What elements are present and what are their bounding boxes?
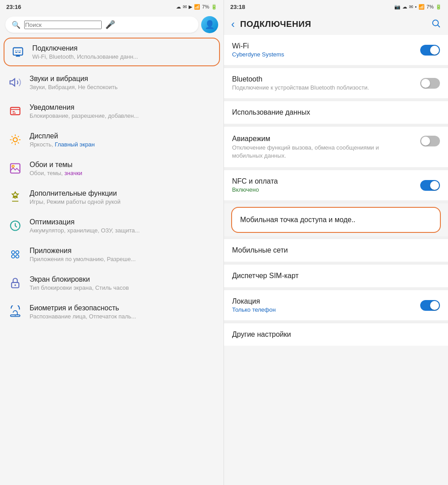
data-usage-title: Использование данных	[232, 108, 440, 116]
right-header: ‹ ПОДКЛЮЧЕНИЯ	[224, 13, 448, 35]
wifi-text: Wi-Fi Cyberdyne Systems	[232, 42, 416, 58]
sidebar-item-notifications[interactable]: Уведомления Блокирование, разрешение, до…	[0, 97, 224, 125]
bluetooth-text: Bluetooth Подключение к устройствам Blue…	[232, 75, 416, 91]
dot-icon: •	[415, 4, 417, 9]
other-text: Другие настройки	[232, 330, 440, 339]
notifications-subtitle: Блокирование, разрешение, добавлен...	[30, 112, 139, 119]
status-icons-left: ☁ ✉ ▶ 📶 7% 🔋	[176, 4, 217, 10]
avatar-button[interactable]: 👤	[201, 16, 218, 33]
location-title: Локация	[232, 297, 416, 305]
svg-point-10	[16, 255, 19, 258]
wallpaper-title: Обои и темы	[30, 161, 82, 169]
sidebar-item-optimization[interactable]: Оптимизация Аккумулятор, хранилище, ОЗУ,…	[0, 211, 224, 240]
conn-item-nfc[interactable]: NFC и оплата Включено	[224, 170, 448, 200]
wifi-toggle[interactable]	[420, 45, 440, 56]
search-bar[interactable]: 🔍 🎤	[5, 17, 198, 33]
svg-point-9	[12, 255, 15, 258]
search-input[interactable]	[24, 21, 102, 29]
hotspot-wrapper: Мобильная точка доступа и моде..	[224, 203, 448, 236]
location-text: Локация Только телефон	[232, 297, 416, 313]
bluetooth-toggle[interactable]	[420, 78, 440, 89]
sidebar-item-lockscreen[interactable]: Экран блокировки Тип блокировки экрана, …	[0, 269, 224, 297]
display-icon	[7, 132, 23, 148]
sidebar-item-apps[interactable]: Приложения Приложения по умолчанию, Разр…	[0, 240, 224, 269]
hotspot-text: Мобильная точка доступа и моде..	[240, 216, 432, 224]
conn-item-location[interactable]: Локация Только телефон	[224, 290, 448, 320]
location-subtitle: Только телефон	[232, 306, 416, 313]
nfc-text: NFC и оплата Включено	[232, 177, 416, 193]
battery-icon-r: 🔋	[435, 4, 442, 10]
nfc-subtitle: Включено	[232, 186, 416, 193]
sidebar-item-sounds[interactable]: Звуки и вибрация Звуки, Вибрация, Не бес…	[0, 68, 224, 97]
mail-icon: ✉	[183, 4, 187, 10]
nfc-title: NFC и оплата	[232, 177, 416, 185]
airplane-toggle-knob	[421, 137, 430, 146]
location-toggle[interactable]	[420, 300, 440, 311]
conn-item-wifi[interactable]: Wi-Fi Cyberdyne Systems	[224, 35, 448, 65]
sidebar-item-connections[interactable]: Подключения Wi-Fi, Bluetooth, Использова…	[4, 38, 220, 66]
location-toggle-knob	[430, 301, 439, 310]
apps-subtitle: Приложения по умолчанию, Разреше...	[30, 256, 136, 262]
sounds-text: Звуки и вибрация Звуки, Вибрация, Не бес…	[30, 75, 118, 90]
mic-icon[interactable]: 🎤	[105, 20, 115, 30]
battery-text: 7%	[202, 4, 209, 9]
lockscreen-text: Экран блокировки Тип блокировки экрана, …	[30, 275, 129, 291]
sidebar-item-display[interactable]: Дисплей Яркость, Главный экран	[0, 125, 224, 154]
svg-point-5	[14, 196, 17, 198]
airplane-title: Авиарежим	[232, 135, 416, 143]
sounds-title: Звуки и вибрация	[30, 75, 118, 83]
conn-item-sim[interactable]: Диспетчер SIM-карт	[224, 265, 448, 287]
status-bar-left: 23:16 ☁ ✉ ▶ 📶 7% 🔋	[0, 0, 224, 13]
wallpaper-icon	[7, 160, 23, 176]
svg-point-8	[16, 251, 19, 254]
conn-item-hotspot[interactable]: Мобильная точка доступа и моде..	[231, 207, 441, 233]
apps-icon	[7, 246, 23, 262]
conn-item-mobile-networks[interactable]: Мобильные сети	[224, 239, 448, 262]
display-title: Дисплей	[30, 132, 95, 140]
status-icons-right: 📷 ☁ ✉ • 📶 7% 🔋	[394, 4, 442, 10]
nfc-toggle[interactable]	[420, 180, 440, 191]
sim-text: Диспетчер SIM-карт	[232, 272, 440, 280]
sidebar-item-biometrics[interactable]: Биометрия и безопасность Распознавание л…	[0, 297, 224, 326]
notifications-text: Уведомления Блокирование, разрешение, до…	[30, 103, 139, 119]
hotspot-title: Мобильная точка доступа и моде..	[240, 216, 432, 224]
notifications-icon	[7, 103, 23, 119]
bluetooth-title: Bluetooth	[232, 75, 416, 83]
bluetooth-toggle-knob	[421, 79, 430, 88]
apps-text: Приложения Приложения по умолчанию, Разр…	[30, 247, 136, 262]
conn-item-data-usage[interactable]: Использование данных	[224, 101, 448, 124]
battery-icon: 🔋	[211, 4, 217, 10]
lockscreen-icon	[7, 275, 23, 291]
mail-icon-r: ✉	[409, 4, 413, 10]
sidebar-item-wallpaper[interactable]: Обои и темы Обои, темы, значки	[0, 154, 224, 183]
airplane-toggle[interactable]	[420, 136, 440, 146]
optimization-text: Оптимизация Аккумулятор, хранилище, ОЗУ,…	[30, 218, 140, 234]
other-title: Другие настройки	[232, 330, 440, 339]
conn-item-other[interactable]: Другие настройки	[224, 323, 448, 346]
biometrics-title: Биометрия и безопасность	[30, 304, 136, 312]
biometrics-icon	[7, 304, 23, 320]
mobile-networks-title: Мобильные сети	[232, 246, 440, 254]
right-search-button[interactable]	[431, 18, 441, 30]
display-text: Дисплей Яркость, Главный экран	[30, 132, 95, 148]
mobile-networks-text: Мобильные сети	[232, 246, 440, 254]
sidebar-item-advanced[interactable]: Дополнительные функции Игры, Режим работ…	[0, 183, 224, 211]
connections-subtitle: Wi-Fi, Bluetooth, Использование данн...	[32, 53, 138, 60]
sounds-subtitle: Звуки, Вибрация, Не беспокоить	[30, 84, 118, 90]
cloud-icon: ☁	[176, 4, 181, 10]
airplane-subtitle: Отключение функций вызова, обмена сообще…	[232, 144, 384, 160]
search-row: 🔍 🎤 👤	[5, 16, 218, 33]
conn-item-airplane[interactable]: Авиарежим Отключение функций вызова, обм…	[224, 127, 448, 167]
status-time-left: 23:16	[6, 4, 21, 10]
advanced-text: Дополнительные функции Игры, Режим работ…	[30, 189, 121, 205]
back-button[interactable]: ‹	[231, 18, 235, 30]
advanced-title: Дополнительные функции	[30, 189, 121, 197]
svg-point-4	[12, 165, 14, 167]
right-panel: 23:18 📷 ☁ ✉ • 📶 7% 🔋 ‹ ПОДКЛЮЧЕНИЯ Wi-Fi	[224, 0, 448, 485]
sim-title: Диспетчер SIM-карт	[232, 272, 440, 280]
wifi-toggle-knob	[430, 46, 439, 55]
wallpaper-subtitle: Обои, темы, значки	[30, 170, 82, 176]
conn-item-bluetooth[interactable]: Bluetooth Подключение к устройствам Blue…	[224, 68, 448, 98]
svg-point-12	[14, 284, 16, 286]
svg-rect-1	[11, 107, 20, 115]
